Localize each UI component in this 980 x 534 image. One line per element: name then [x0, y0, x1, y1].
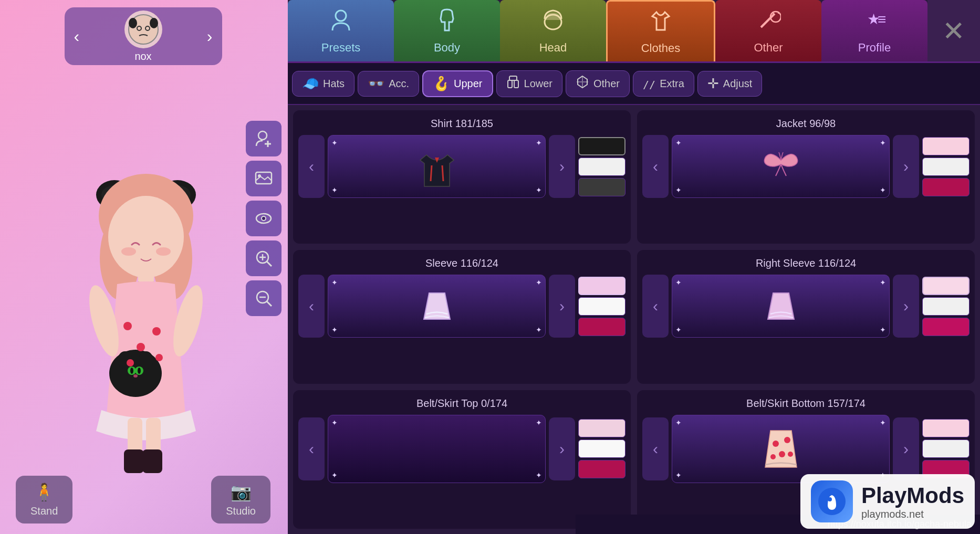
right-sleeve-item-icon — [763, 285, 799, 327]
close-icon: ✕ — [942, 15, 965, 47]
sleeve-swatch-1[interactable] — [578, 277, 625, 295]
svg-point-40 — [258, 174, 261, 177]
svg-point-28 — [137, 343, 145, 351]
jacket-swatch-1[interactable] — [922, 137, 969, 155]
sub-tab-adjust[interactable]: ✛ Adjust — [697, 71, 763, 97]
svg-point-14 — [156, 247, 171, 256]
sub-tab-lower[interactable]: Lower — [496, 70, 562, 97]
jacket-group: Jacket 96/98 ‹ ✦ ✦ ✦ ✦ › — [637, 110, 975, 244]
close-button[interactable]: ✕ — [927, 0, 980, 61]
belt-bottom-item-icon — [760, 425, 802, 473]
belt-bottom-swatch-1[interactable] — [922, 419, 969, 437]
tab-profile[interactable]: ★ ≡ Profile — [821, 0, 927, 61]
main-panel: Presets Body Head — [288, 0, 980, 534]
sleeve-header: Sleeve 116/124 — [298, 255, 625, 271]
belt-top-next[interactable]: › — [549, 417, 575, 480]
sub-tab-other[interactable]: Other — [566, 70, 630, 97]
svg-point-51 — [336, 11, 346, 21]
sleeve-swatch-3[interactable] — [578, 318, 625, 336]
shirt-swatch-3[interactable] — [578, 178, 625, 196]
svg-line-45 — [267, 261, 272, 266]
sub-tab-acc[interactable]: 👓 Acc. — [358, 71, 419, 97]
sub-tab-extra[interactable]: // Extra — [633, 71, 694, 97]
right-sleeve-swatch-1[interactable] — [922, 277, 969, 295]
belt-top-swatch-2[interactable] — [578, 439, 625, 458]
body-icon — [434, 7, 460, 38]
svg-point-69 — [828, 497, 832, 501]
zoom-in-button[interactable] — [246, 240, 282, 276]
sleeve-next[interactable]: › — [549, 275, 575, 338]
jacket-swatch-2[interactable] — [922, 158, 969, 176]
background-button[interactable] — [246, 161, 282, 196]
svg-point-19 — [109, 350, 162, 397]
adjust-label: Adjust — [723, 78, 753, 90]
sleeve-prev[interactable]: ‹ — [298, 275, 325, 338]
zoom-out-button[interactable] — [246, 280, 282, 316]
svg-point-66 — [788, 452, 793, 457]
upper-label: Upper — [454, 78, 482, 90]
sub-tab-upper[interactable]: 🪝 Upper — [422, 70, 493, 97]
shirt-swatch-2[interactable] — [578, 158, 625, 176]
stand-label: Stand — [30, 505, 58, 517]
belt-bottom-slot-1[interactable]: ✦ ✦ ✦ ✦ — [672, 415, 890, 483]
belt-top-slot-1[interactable]: ✦ ✦ ✦ ✦ — [328, 415, 546, 483]
jacket-swatch-3[interactable] — [922, 178, 969, 196]
tab-head[interactable]: Head — [500, 0, 606, 61]
shirt-item-icon — [416, 144, 458, 189]
extra-icon: // — [643, 76, 655, 92]
lower-icon — [506, 75, 520, 92]
belt-bottom-prev[interactable]: ‹ — [642, 417, 669, 480]
sleeve-item-icon — [419, 285, 455, 327]
sleeve-swatch-2[interactable] — [578, 297, 625, 316]
add-character-button[interactable] — [246, 121, 282, 156]
bottom-buttons: 🧍 Stand 📷 Studio — [0, 476, 286, 523]
head-icon — [540, 7, 566, 38]
belt-bottom-swatch-2[interactable] — [922, 439, 969, 458]
tab-presets[interactable]: Presets — [288, 0, 394, 61]
acc-label: Acc. — [389, 78, 409, 90]
stand-button[interactable]: 🧍 Stand — [16, 476, 72, 523]
jacket-slot-1[interactable]: ✦ ✦ ✦ ✦ — [672, 135, 890, 198]
right-sleeve-slots-row: ‹ ✦ ✦ ✦ ✦ › — [642, 275, 969, 338]
svg-point-24 — [130, 368, 133, 374]
jacket-next[interactable]: › — [893, 135, 919, 198]
right-sleeve-prev[interactable]: ‹ — [642, 275, 669, 338]
right-sleeve-next[interactable]: › — [893, 275, 919, 338]
svg-point-62 — [773, 441, 779, 447]
belt-top-swatch-1[interactable] — [578, 419, 625, 437]
char-prev-button[interactable]: ‹ — [74, 27, 80, 46]
belt-top-prev[interactable]: ‹ — [298, 417, 325, 480]
belt-bottom-slots-row: ‹ ✦ ✦ ✦ ✦ — [642, 415, 969, 483]
shirt-header: Shirt 181/185 — [298, 116, 625, 132]
other-label: Other — [754, 41, 783, 55]
right-sleeve-swatch-2[interactable] — [922, 297, 969, 316]
tab-clothes[interactable]: Clothes — [606, 0, 715, 61]
playmods-text-block: PlayMods playmods.net — [861, 483, 964, 520]
shirt-group: Shirt 181/185 ‹ ✦ ✦ ✦ ✦ › — [293, 110, 631, 244]
character-art-area — [0, 65, 286, 534]
tab-other[interactable]: Other — [715, 0, 821, 61]
belt-bottom-next[interactable]: › — [893, 417, 919, 480]
shirt-next[interactable]: › — [549, 135, 575, 198]
sub-tab-hats[interactable]: 🧢 Hats — [292, 71, 355, 97]
other-icon — [756, 7, 781, 38]
hats-label: Hats — [323, 78, 345, 90]
sleeve-slot-1[interactable]: ✦ ✦ ✦ ✦ — [328, 275, 546, 338]
tab-body[interactable]: Body — [394, 0, 500, 61]
other-sub-label: Other — [593, 78, 620, 90]
belt-top-header: Belt/Skirt Top 0/174 — [298, 395, 625, 412]
content-area: Shirt 181/185 ‹ ✦ ✦ ✦ ✦ › — [288, 105, 980, 534]
shirt-swatch-1[interactable] — [578, 137, 625, 155]
belt-top-swatch-3[interactable] — [578, 460, 625, 478]
eye-button[interactable] — [246, 201, 282, 236]
shirt-slot-1[interactable]: ✦ ✦ ✦ ✦ — [328, 135, 546, 198]
presets-label: Presets — [321, 41, 361, 55]
right-sleeve-slot-1[interactable]: ✦ ✦ ✦ ✦ — [672, 275, 890, 338]
right-sleeve-swatch-3[interactable] — [922, 318, 969, 336]
belt-top-group: Belt/Skirt Top 0/174 ‹ ✦ ✦ ✦ ✦ › — [293, 390, 631, 529]
jacket-prev[interactable]: ‹ — [642, 135, 669, 198]
char-next-button[interactable]: › — [207, 27, 213, 46]
playmods-icon — [811, 480, 853, 522]
shirt-prev[interactable]: ‹ — [298, 135, 325, 198]
studio-button[interactable]: 📷 Studio — [211, 476, 270, 523]
